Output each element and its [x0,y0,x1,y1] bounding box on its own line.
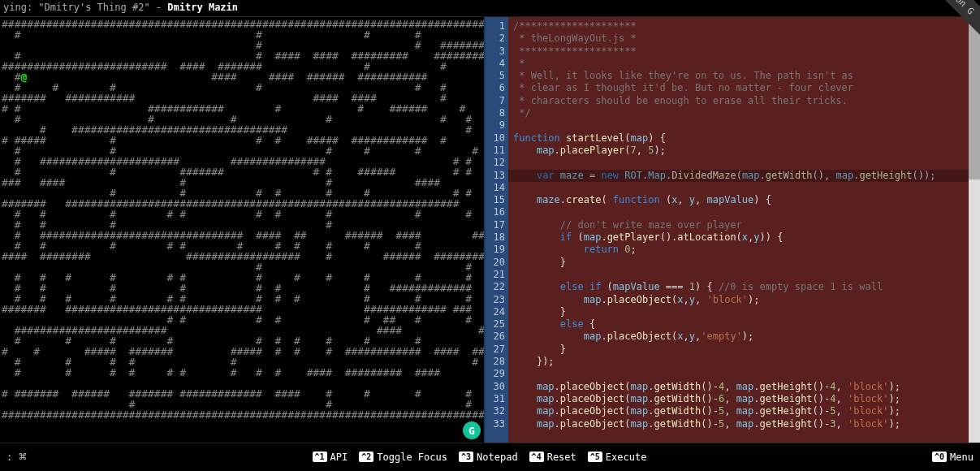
editor-scrollbar[interactable] [969,17,980,443]
keycap: ^5 [588,452,602,462]
main-area: ########################################… [0,16,980,443]
command-prompt[interactable]: : ⌘ [6,449,27,465]
np-prefix: ying: [3,2,38,13]
command-icon: ⌘ [19,449,27,465]
editor-pane[interactable]: 1234567891011121314151617181920212223242… [484,17,980,443]
keycap: ^0 [932,452,947,462]
code-area[interactable]: /******************** * theLongWayOut.js… [508,17,969,443]
shortcut-toggle-focus[interactable]: ^2Toggle Focus [359,452,447,463]
np-track: "Dmitry's Thing #2" [38,2,149,13]
np-sep: - [150,2,168,13]
line-gutter: 1234567891011121314151617181920212223242… [486,17,508,443]
menu-shortcut-row: ^0 Menu [932,452,974,463]
shortcut-row: ^1API^2Toggle Focus^3Notepad^4Reset^5Exe… [313,452,647,463]
np-artist: Dmitry Mazin [167,2,238,13]
shortcut-label: Reset [547,452,576,463]
keycap: ^2 [359,452,373,462]
maze-display: ########################################… [0,17,484,421]
prompt-colon: : [6,452,12,463]
grammarly-icon[interactable]: G [463,421,481,439]
shortcut-label: Toggle Focus [377,452,447,463]
shortcut-label: Menu [950,452,974,463]
scroll-thumb[interactable] [969,17,980,179]
shortcut-label: Notepad [477,452,518,463]
shortcut-execute[interactable]: ^5Execute [588,452,647,463]
game-pane[interactable]: ########################################… [0,17,484,443]
shortcut-reset[interactable]: ^4Reset [529,452,576,463]
keycap: ^1 [313,452,327,462]
bottom-bar: : ⌘ ^1API^2Toggle Focus^3Notepad^4Reset^… [0,443,980,470]
shortcut-notepad[interactable]: ^3Notepad [459,452,518,463]
shortcut-label: API [330,452,348,463]
keycap: ^4 [529,452,544,462]
shortcut-api[interactable]: ^1API [313,452,348,463]
now-playing-bar: ying: "Dmitry's Thing #2" - Dmitry Mazin [0,0,980,16]
keycap: ^3 [459,452,473,462]
menu-shortcut[interactable]: ^0 Menu [932,452,974,463]
shortcut-label: Execute [606,452,647,463]
